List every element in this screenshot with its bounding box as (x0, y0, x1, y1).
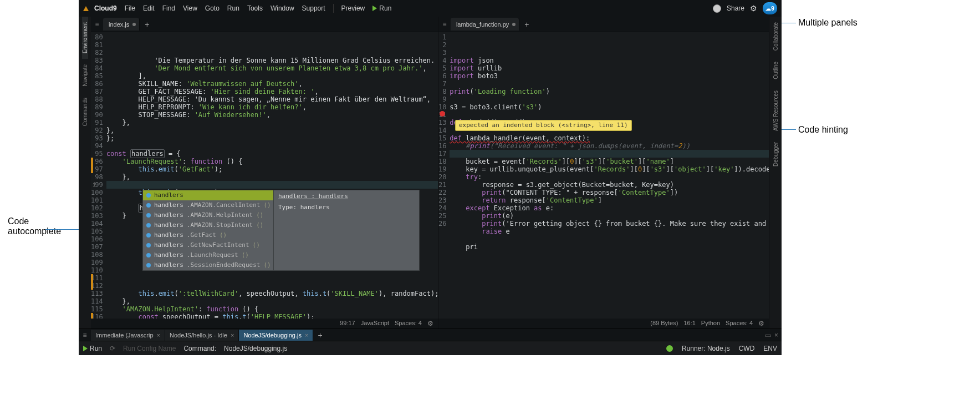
run-button[interactable]: Run (83, 345, 102, 352)
bottom-tab-hello[interactable]: NodeJS/hello.js - Idle× (165, 330, 239, 341)
sidebar-tab-commands[interactable]: Commands (82, 92, 88, 132)
menu-edit[interactable]: Edit (143, 4, 155, 12)
cloud9-badge-icon[interactable]: ☁9 (763, 2, 777, 14)
autocomplete-description: handlers : handlers Type: handlers (274, 190, 420, 271)
run-config-bar: Run ⟳ Run Config Name Command: NodeJS/de… (79, 341, 782, 355)
autocomplete-popup: handlershandlers.AMAZON.CancelIntent ()h… (142, 190, 420, 271)
error-marker-icon[interactable] (440, 111, 445, 117)
code-body[interactable]: import jsonimport urllibimport boto3prin… (450, 32, 769, 319)
dirty-indicator-icon (132, 23, 136, 26)
code-hint-tooltip: expected an indented block (<string>, li… (455, 120, 632, 131)
code-editor-left[interactable]: i 80818283848586878889909192939495969798… (91, 32, 438, 319)
nodejs-icon (666, 345, 673, 352)
cursor-position: 99:17 (340, 320, 355, 327)
dirty-indicator-icon (512, 23, 515, 26)
autocomplete-item[interactable]: handlers.LaunchRequest () (143, 250, 273, 260)
autocomplete-item[interactable]: handlers.SessionEndedRequest () (143, 260, 273, 270)
sidebar-tab-aws-resources[interactable]: AWS Resources (773, 85, 779, 137)
menu-support[interactable]: Support (302, 4, 325, 12)
new-tab-button[interactable]: + (142, 19, 152, 29)
autocomplete-item[interactable]: handlers.AMAZON.StopIntent () (143, 220, 273, 230)
play-icon (372, 6, 377, 11)
spaces-label[interactable]: Spaces: 4 (726, 320, 753, 327)
language-label[interactable]: Python (701, 320, 720, 327)
editor-panel-left: ≡ index.js + i (91, 17, 438, 329)
env-button[interactable]: ENV (763, 345, 777, 352)
top-menu-bar: Cloud9 File Edit Find View Goto Run Tool… (79, 0, 782, 17)
ide-window: Cloud9 File Edit Find View Goto Run Tool… (79, 0, 782, 355)
language-label[interactable]: JavaScript (361, 320, 389, 327)
divider (333, 4, 334, 13)
sidebar-tab-navigate[interactable]: Navigate (82, 59, 88, 92)
menu-tools[interactable]: Tools (247, 4, 263, 12)
menu-view[interactable]: View (183, 4, 197, 12)
warning-icon (83, 6, 89, 11)
file-tab-index-js[interactable]: index.js (103, 18, 140, 31)
status-bar-right: (89 Bytes) 16:1 Python Spaces: 4 ⚙ (438, 319, 769, 329)
close-icon[interactable]: × (231, 332, 234, 339)
autocomplete-item[interactable]: handlers.AMAZON.CancelIntent () (143, 200, 273, 210)
gear-icon[interactable]: ⚙ (427, 320, 433, 327)
autocomplete-item[interactable]: handlers (143, 190, 273, 200)
autocomplete-list[interactable]: handlershandlers.AMAZON.CancelIntent ()h… (142, 190, 274, 271)
command-value[interactable]: NodeJS/debugging.js (224, 345, 287, 352)
line-numbers: 1234567891011131415161718192021222324252… (438, 32, 450, 319)
status-bar-left: 99:17 JavaScript Spaces: 4 ⚙ (91, 319, 438, 329)
spaces-label[interactable]: Spaces: 4 (395, 320, 422, 327)
sidebar-tab-collaborate[interactable]: Collaborate (773, 17, 779, 56)
avatar-icon[interactable] (713, 4, 721, 13)
sidebar-tab-outline[interactable]: Outline (773, 56, 779, 85)
cwd-button[interactable]: CWD (739, 345, 755, 352)
menu-find[interactable]: Find (162, 4, 175, 12)
close-icon[interactable]: × (157, 332, 160, 339)
refresh-icon[interactable]: ⟳ (110, 345, 115, 352)
bottom-panel-tabs: ≡ Immediate (Javascrip× NodeJS/hello.js … (79, 329, 782, 341)
callout-multiple-panels: Multiple panels (798, 18, 858, 28)
cursor-position: 16:1 (683, 320, 695, 327)
file-tab-lambda-py[interactable]: lambda_function.py (451, 18, 519, 31)
callout-code-autocomplete: Code autocomplete (8, 216, 61, 236)
play-icon (83, 346, 88, 351)
menu-goto[interactable]: Goto (205, 4, 220, 12)
line-numbers: 8081828384858687888990919293949596979899… (91, 32, 106, 319)
close-icon[interactable]: × (774, 331, 778, 339)
tab-bar: ≡ lambda_function.py + (438, 17, 769, 32)
gear-icon[interactable]: ⚙ (758, 320, 764, 327)
new-tab-button[interactable]: + (522, 19, 532, 29)
menu-file[interactable]: File (125, 4, 135, 12)
autocomplete-item[interactable]: handlers.GetNewFactIntent () (143, 240, 273, 250)
run-button[interactable]: Run (372, 4, 391, 12)
left-sidebar: Environment Navigate Commands (79, 17, 91, 329)
share-button[interactable]: Share (727, 4, 744, 12)
list-icon[interactable]: ≡ (91, 17, 103, 32)
runner-selector[interactable]: Runner: Node.js (682, 345, 730, 352)
menu-bar: File Edit Find View Goto Run Tools Windo… (125, 4, 325, 12)
tab-bar: ≡ index.js + (91, 17, 438, 32)
list-icon[interactable]: ≡ (79, 329, 91, 341)
run-config-name-input[interactable]: Run Config Name (123, 345, 176, 352)
right-sidebar: Collaborate Outline AWS Resources Debugg… (769, 17, 782, 329)
sidebar-tab-environment[interactable]: Environment (82, 17, 88, 59)
sidebar-tab-debugger[interactable]: Debugger (773, 137, 779, 172)
gear-icon[interactable]: ⚙ (750, 4, 757, 13)
code-editor-right[interactable]: 1234567891011131415161718192021222324252… (438, 32, 769, 319)
brand-label: Cloud9 (94, 4, 117, 12)
autocomplete-item[interactable]: handlers.AMAZON.HelpIntent () (143, 210, 273, 220)
bottom-tab-debugging[interactable]: NodeJS/debugging.js× (239, 330, 313, 341)
menu-run[interactable]: Run (227, 4, 239, 12)
menu-window[interactable]: Window (270, 4, 294, 12)
editor-panel-right: ≡ lambda_function.py + 12345678910111314… (438, 17, 769, 329)
info-icon: i (93, 181, 96, 189)
list-icon[interactable]: ≡ (438, 17, 451, 32)
file-size: (89 Bytes) (650, 320, 678, 327)
callout-code-hinting: Code hinting (798, 125, 848, 135)
autocomplete-item[interactable]: handlers.GetFact () (143, 230, 273, 240)
command-label: Command: (183, 345, 216, 352)
bottom-tab-immediate[interactable]: Immediate (Javascrip× (91, 330, 165, 341)
close-icon[interactable]: × (305, 332, 308, 339)
maximize-icon[interactable]: ▭ (765, 331, 771, 339)
new-tab-button[interactable]: + (313, 331, 326, 340)
code-body[interactable]: 'Die Temperatur in der Sonne kann 15 Mil… (106, 32, 438, 319)
preview-button[interactable]: Preview (341, 4, 365, 12)
